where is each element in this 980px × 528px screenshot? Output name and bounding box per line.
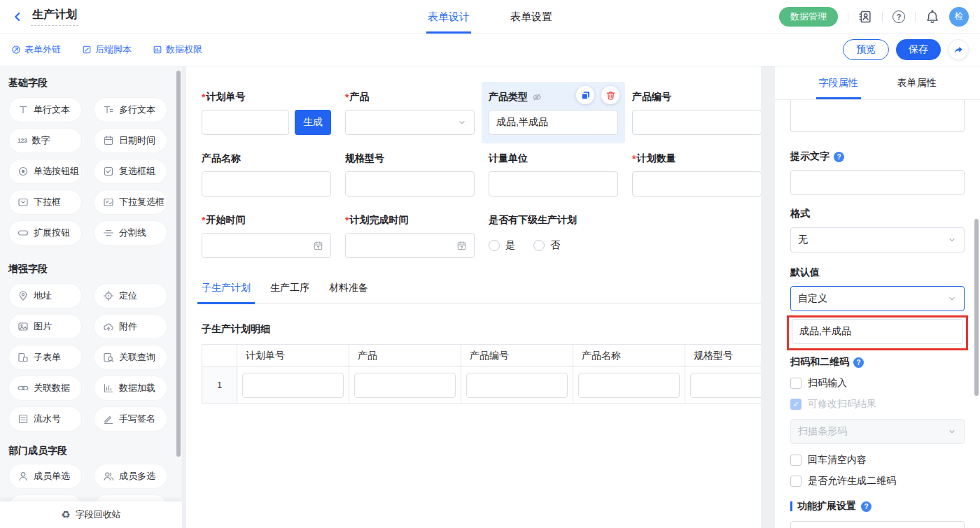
has-sub-plan-radio-option[interactable]: 是 [489, 239, 515, 252]
field-type-address[interactable]: 地址 [8, 283, 82, 308]
form-field-plan-quantity[interactable]: * 计划数量 [625, 143, 761, 205]
toolbar-link-backend-script[interactable]: 后端脚本 [82, 43, 132, 56]
field-type-multi-select[interactable]: 下拉复选框 [94, 190, 167, 215]
hint-help-icon[interactable]: ? [834, 152, 844, 162]
field-type-number[interactable]: 123数字 [8, 128, 82, 153]
panel-tab-form-properties[interactable]: 表单属性 [897, 66, 937, 99]
field-type-checkbox-group[interactable]: 复选框组 [94, 159, 167, 184]
product-select[interactable] [345, 110, 475, 135]
field-type-datetime[interactable]: 日期时间 [94, 128, 167, 153]
hint-text-input[interactable] [790, 170, 965, 195]
extension-help-icon[interactable]: ? [861, 501, 872, 512]
avatar[interactable]: 检 [949, 7, 969, 27]
subtab-material-preparation[interactable]: 材料准备 [329, 282, 368, 303]
sidebar-section-grid: 单行文本多行文本123数字日期时间单选按钮组复选框组下拉框下拉复选框扩展按钮分割… [8, 97, 182, 245]
tab-form-design[interactable]: 表单设计 [428, 0, 470, 34]
product-name-input[interactable] [202, 171, 331, 197]
field-type-subform[interactable]: 子表单 [8, 345, 82, 370]
field-type-linked-query[interactable]: 关联查询 [94, 345, 167, 370]
field-type-select[interactable]: 下拉框 [8, 190, 82, 215]
field-type-attachment[interactable]: 附件 [94, 314, 167, 339]
subtable-cell-input[interactable] [578, 373, 680, 398]
field-type-serial-number[interactable]: 流水号 [8, 406, 82, 431]
copy-field-button[interactable] [576, 86, 594, 104]
field-type-linked-data[interactable]: 关联数据 [8, 376, 82, 401]
field-title-input-partial[interactable] [790, 100, 965, 132]
subtab-production-process[interactable]: 生产工序 [270, 282, 309, 303]
format-select[interactable]: 无 [790, 227, 965, 252]
field-type-image[interactable]: 图片 [8, 314, 82, 339]
default-value-mode-select[interactable]: 自定义 [790, 286, 965, 311]
sidebar-sections: 基础字段 单行文本多行文本123数字日期时间单选按钮组复选框组下拉框下拉复选框扩… [8, 76, 182, 520]
field-type-member-multi[interactable]: 成员多选 [94, 464, 167, 489]
form-field-plan-number[interactable]: * 计划单号 生成 [195, 82, 338, 143]
field-type-divider[interactable]: 分割线 [94, 220, 167, 245]
field-type-radio-group[interactable]: 单选按钮组 [8, 159, 82, 184]
back-icon[interactable] [11, 10, 24, 23]
permission-icon [153, 45, 162, 55]
panel-tab-field-properties[interactable]: 字段属性 [819, 66, 858, 99]
form-field-plan-finish-time[interactable]: * 计划完成时间 [338, 205, 482, 266]
toolbar-link-form-external-link[interactable]: 表单外链 [11, 43, 61, 56]
subtable-cell-input[interactable] [242, 373, 344, 398]
share-button[interactable] [948, 39, 969, 60]
form-field-product-code[interactable]: 产品编号 [625, 82, 761, 143]
sidebar-scrollbar[interactable] [176, 71, 181, 457]
form-field-spec-model[interactable]: 规格型号 [338, 143, 482, 205]
field-type-geolocation[interactable]: 定位 [94, 283, 167, 308]
checkbox-clear-on-enter[interactable]: 回车清空内容 [790, 454, 965, 466]
subtable-cell-input[interactable] [690, 373, 761, 398]
delete-field-button[interactable] [601, 86, 620, 104]
form-field-start-time[interactable]: * 开始时间 [195, 205, 338, 266]
notification-bell-icon[interactable] [925, 10, 939, 24]
has-sub-plan-radio-option[interactable]: 否 [533, 239, 560, 252]
tab-form-settings[interactable]: 表单设置 [510, 0, 552, 34]
toolbar-link-data-permission[interactable]: 数据权限 [153, 43, 202, 56]
subtable-cell-input[interactable] [466, 373, 568, 398]
extension-section-header: 功能扩展设置 ? [790, 500, 965, 513]
link-icon [11, 45, 21, 55]
header-actions: 数据管理 ? 检 [779, 7, 969, 27]
radio-circle-icon [489, 240, 500, 251]
add-action-button[interactable]: 添加操作 [790, 521, 965, 528]
subtab-sub-production-plan[interactable]: 子生产计划 [202, 282, 251, 303]
help-icon[interactable]: ? [892, 10, 905, 23]
plan-finish-time-date-input[interactable] [345, 233, 475, 258]
default-custom-value-input[interactable]: 成品,半成品 [792, 319, 963, 344]
plan-number-generate-button[interactable]: 生成 [295, 110, 331, 135]
checkbox-allow-qrcode[interactable]: 是否允许生成二维码 [790, 475, 965, 487]
form-field-product[interactable]: * 产品 [338, 82, 482, 143]
unit-input[interactable] [489, 171, 618, 197]
form-field-has-sub-plan[interactable]: 是否有下级生产计划 是否 [482, 205, 625, 266]
contacts-icon[interactable] [858, 10, 872, 24]
field-type-data-load[interactable]: 数据加载 [94, 376, 167, 401]
form-field-product-name[interactable]: 产品名称 [195, 143, 338, 205]
field-label: 产品编号 [632, 90, 761, 104]
plan-quantity-input[interactable] [632, 171, 761, 197]
data-manage-button[interactable]: 数据管理 [779, 7, 838, 27]
product-type-input[interactable]: 成品,半成品 [489, 110, 618, 135]
checkbox-icon [790, 455, 802, 466]
sidebar-section-title: 部门成员字段 [8, 444, 182, 457]
field-type-multi-line-text[interactable]: 多行文本 [94, 97, 167, 122]
plan-number-input[interactable] [202, 110, 289, 135]
field-type-member-single[interactable]: 成员单选 [8, 464, 82, 489]
spec-model-input[interactable] [345, 171, 475, 197]
field-type-extend-button[interactable]: 扩展按钮 [8, 220, 82, 245]
page-title[interactable]: 生产计划 [31, 8, 78, 26]
start-time-date-input[interactable] [202, 233, 331, 258]
field-recycle-bin[interactable]: ♻ 字段回收站 [0, 501, 182, 528]
checkbox-scan-input[interactable]: 扫码输入 [790, 377, 965, 390]
field-type-single-line-text[interactable]: 单行文本 [8, 97, 82, 122]
product-code-input[interactable] [632, 110, 761, 135]
preview-button[interactable]: 预览 [843, 39, 889, 60]
radio-group-icon [18, 166, 29, 177]
subtable-cell-input[interactable] [354, 373, 456, 398]
panel-scrollbar[interactable] [974, 219, 979, 396]
form-field-unit[interactable]: 计量单位 [482, 143, 625, 205]
save-button[interactable]: 保存 [896, 39, 941, 60]
scan-help-icon[interactable]: ? [853, 357, 864, 368]
annotation-highlight-box: 成品,半成品 [787, 315, 968, 350]
field-type-handwritten-signature[interactable]: 手写签名 [94, 406, 167, 431]
form-field-product-type[interactable]: 产品类型 成品,半成品 [482, 82, 625, 143]
